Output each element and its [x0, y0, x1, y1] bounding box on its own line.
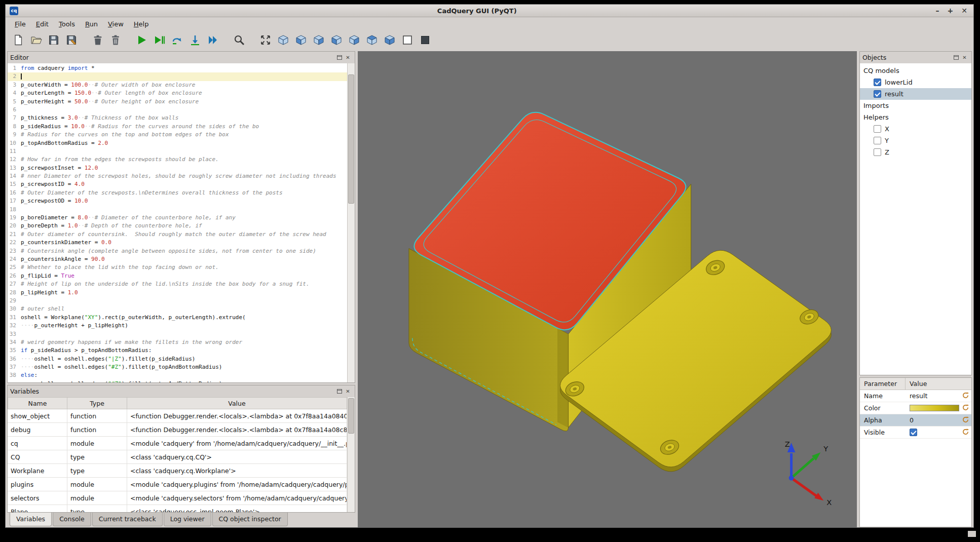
param-row-color[interactable]: Color [860, 402, 971, 414]
menu-file[interactable]: File [10, 18, 31, 30]
debug-button[interactable] [152, 33, 167, 49]
editor-close-button[interactable]: ✕ [344, 54, 352, 61]
view-right-button[interactable] [347, 33, 362, 49]
menu-tools[interactable]: Tools [54, 18, 80, 30]
code-line[interactable]: 37····oshell = oshell.edges("#Z").fillet… [8, 363, 347, 371]
code-line[interactable]: 3p_outerWidth = 100.0··# Outer width of … [8, 81, 347, 89]
editor-scrollbar-thumb[interactable] [348, 74, 354, 204]
table-row[interactable]: selectorsmodule<module 'cadquery.selecto… [8, 491, 347, 505]
code-line[interactable]: 26p_flipLid = True [8, 272, 347, 280]
lowerlid-checkbox[interactable] [874, 79, 881, 86]
code-line[interactable]: 21# Outer diameter of countersink. Shoul… [8, 230, 347, 239]
open-file-button[interactable] [28, 33, 44, 49]
code-line[interactable]: 1from cadquery import * [8, 64, 347, 72]
tab-variables[interactable]: Variables [10, 513, 52, 526]
tab-log-viewer[interactable]: Log viewer [164, 513, 211, 526]
code-line[interactable]: 14# nner Diameter of the screwpost holes… [8, 172, 347, 180]
param-row-visible[interactable]: Visible [860, 427, 971, 439]
delete-button[interactable] [108, 33, 123, 49]
tree-item-lowerlid[interactable]: lowerLid [860, 76, 971, 88]
new-file-button[interactable] [11, 33, 26, 49]
z-checkbox[interactable] [874, 148, 881, 156]
code-line[interactable]: 12# How far in from the edges the screwp… [8, 156, 347, 164]
code-line[interactable]: 5p_outerHeight = 50.0··# Outer height of… [8, 98, 347, 106]
reset-button[interactable] [959, 404, 971, 413]
continue-button[interactable] [205, 33, 220, 49]
objects-close-button[interactable]: ✕ [960, 54, 969, 61]
tab-cq-object-inspector[interactable]: CQ object inspector [212, 513, 288, 526]
code-line[interactable]: 6 [8, 106, 347, 114]
code-line[interactable]: 9# Radius for the curves on the top and … [8, 131, 347, 139]
code-line[interactable]: 13p_screwpostInset = 12.0 [8, 164, 347, 172]
view-top-button[interactable] [364, 33, 380, 49]
y-checkbox[interactable] [874, 137, 881, 144]
code-line[interactable]: 27# Height of lip on the underside of th… [8, 280, 347, 288]
menu-edit[interactable]: Edit [31, 18, 54, 30]
code-line[interactable]: 33 [8, 330, 347, 338]
close-button[interactable]: ✕ [961, 7, 967, 14]
code-line[interactable]: 38else: [8, 371, 347, 379]
tree-item-z[interactable]: Z [860, 146, 971, 158]
code-line[interactable]: 35if p_sideRadius > p_topAndBottomRadius… [8, 346, 347, 355]
table-row[interactable]: CQtype<class 'cadquery.cq.CQ'> [8, 450, 347, 464]
tree-item-result[interactable]: result [860, 88, 971, 100]
maximize-button[interactable]: + [948, 7, 954, 14]
code-line[interactable]: 7p_thickness = 3.0··# Thickness of the b… [8, 114, 347, 122]
param-row-alpha[interactable]: Alpha0 [860, 414, 971, 427]
tab-console[interactable]: Console [53, 513, 91, 526]
menu-view[interactable]: View [103, 18, 129, 30]
column-header-type[interactable]: Type [67, 397, 127, 409]
code-line[interactable]: 29 [8, 297, 347, 305]
table-row[interactable]: debugfunction<function Debugger.render.<… [8, 423, 347, 437]
code-line[interactable]: 34# weird geometry happens if we make th… [8, 338, 347, 346]
reset-button[interactable] [959, 416, 971, 425]
objects-float-button[interactable] [952, 54, 960, 61]
save-button[interactable] [46, 33, 61, 49]
editor-scrollbar[interactable] [347, 63, 355, 382]
code-line[interactable]: 25# Whether to place the lid with the to… [8, 263, 347, 272]
code-line[interactable]: 17p_screwpostOD = 10.0 [8, 197, 347, 205]
code-line[interactable]: 2 [8, 72, 347, 81]
reset-button[interactable] [959, 428, 971, 437]
code-line[interactable]: 30# outer shell [8, 305, 347, 313]
fit-all-button[interactable] [258, 33, 273, 49]
view-back-button[interactable] [311, 33, 326, 49]
code-line[interactable]: 16# Outer Diameter of the screwposts.\nD… [8, 189, 347, 197]
result-checkbox[interactable] [874, 90, 881, 98]
view-front-button[interactable] [293, 33, 309, 49]
editor-float-button[interactable] [335, 54, 344, 61]
x-checkbox[interactable] [874, 125, 881, 133]
run-button[interactable] [134, 33, 149, 49]
column-header-value[interactable]: Value [127, 397, 347, 409]
tab-current-traceback[interactable]: Current traceback [92, 513, 163, 526]
code-line[interactable]: 19p_boreDiameter = 8.0··# Diameter of th… [8, 214, 347, 222]
code-line[interactable]: 18 [8, 206, 347, 214]
code-line[interactable]: 36····oshell = oshell.edges("|Z").fillet… [8, 355, 347, 363]
view-bottom-button[interactable] [382, 33, 397, 49]
viewport-3d[interactable]: Z Y X [358, 51, 857, 527]
step-into-button[interactable] [187, 33, 203, 49]
wireframe-button[interactable] [400, 33, 415, 49]
view-iso-button[interactable] [276, 33, 291, 49]
code-line[interactable]: 4p_outerLength = 150.0··# Outer length o… [8, 89, 347, 97]
variables-float-button[interactable] [335, 388, 344, 395]
minimize-button[interactable]: – [936, 7, 939, 14]
zoom-button[interactable] [232, 33, 247, 49]
variables-scrollbar-thumb[interactable] [348, 398, 354, 434]
view-left-button[interactable] [329, 33, 344, 49]
resize-grip[interactable] [968, 531, 976, 537]
tree-item-y[interactable]: Y [860, 135, 971, 146]
code-line[interactable]: 32····p_outerHeight + p_lipHeight) [8, 322, 347, 330]
visible-checkbox[interactable] [910, 429, 917, 436]
variables-scrollbar[interactable] [347, 397, 355, 512]
code-line[interactable]: 10p_topAndBottomRadius = 2.0 [8, 139, 347, 147]
code-line[interactable]: 15p_screwpostID = 4.0 [8, 180, 347, 188]
clear-button[interactable] [90, 33, 105, 49]
code-line[interactable]: 8p_sideRadius = 10.0··# Radius for the c… [8, 123, 347, 131]
code-line[interactable]: 11 [8, 147, 347, 156]
menu-run[interactable]: Run [80, 18, 103, 30]
code-line[interactable]: 24p_countersinkAngle = 90.0 [8, 255, 347, 263]
step-over-button[interactable] [170, 33, 185, 49]
table-row[interactable]: Planetype<class 'cadquery.occ_impl.geom.… [8, 505, 347, 512]
param-row-name[interactable]: Nameresult [860, 390, 971, 402]
